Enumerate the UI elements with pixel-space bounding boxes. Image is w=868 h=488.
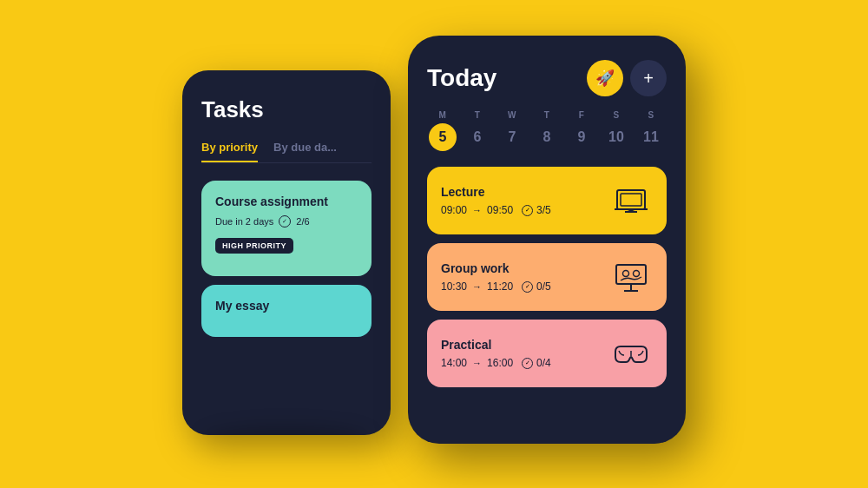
header-buttons: 🚀 + [587,60,667,96]
today-title: Today [427,64,496,92]
check-circle-icon: ✓ [522,205,533,216]
practical-card[interactable]: Practical 14:00 → 16:00 ✓ 0/4 [427,320,667,387]
cal-day-sat[interactable]: S 10 [601,110,632,151]
cal-day-tue[interactable]: T 6 [462,110,493,151]
add-button[interactable]: + [630,60,667,96]
cal-day-fri[interactable]: F 9 [566,110,597,151]
glasses-icon [609,332,653,375]
tab-by-due[interactable]: By due da... [273,141,337,162]
svg-rect-5 [616,265,646,284]
svg-point-9 [634,271,640,277]
tab-by-priority[interactable]: By priority [201,141,258,162]
today-header: Today 🚀 + [427,60,667,96]
cal-day-sun[interactable]: S 11 [635,110,667,151]
cal-day-wed[interactable]: W 7 [496,110,528,151]
rocket-icon: 🚀 [595,69,615,88]
task-due-row: Due in 2 days ✓ 2/6 [215,215,358,228]
lecture-card-left: Lecture 09:00 → 09:50 ✓ 3/5 [441,185,551,216]
phones-container: Tasks By priority By due da... Course as… [182,36,686,452]
calendar-strip: M 5 T 6 W 7 T 8 F 9 [427,110,667,151]
practical-card-left: Practical 14:00 → 16:00 ✓ 0/4 [441,338,551,369]
priority-badge: HIGH PRIORITY [215,238,293,254]
my-essay-card[interactable]: My essay [201,285,372,337]
course-assignment-card[interactable]: Course assignment Due in 2 days ✓ 2/6 HI… [201,181,372,276]
lecture-card[interactable]: Lecture 09:00 → 09:50 ✓ 3/5 [427,167,667,234]
task-card-title: Course assignment [215,195,358,208]
svg-rect-1 [621,194,641,206]
group-work-card-left: Group work 10:30 → 11:20 ✓ 0/5 [441,261,551,293]
essay-title: My essay [215,299,358,313]
rocket-button[interactable]: 🚀 [587,60,623,96]
cal-day-mon[interactable]: M 5 [427,110,458,151]
svg-point-8 [623,271,629,277]
tasks-phone: Tasks By priority By due da... Course as… [182,70,391,435]
check-circle-icon: ✓ [522,358,533,369]
presentation-icon [609,255,653,299]
tasks-title: Tasks [201,96,372,123]
check-circle-icon: ✓ [522,281,533,293]
check-icon: ✓ [279,215,291,228]
cal-day-thu[interactable]: T 8 [531,110,562,151]
laptop-icon [609,179,653,222]
today-phone: Today 🚀 + M 5 T 6 [408,36,686,444]
group-work-card[interactable]: Group work 10:30 → 11:20 ✓ 0/5 [427,243,667,311]
tasks-tabs: By priority By due da... [201,141,372,163]
